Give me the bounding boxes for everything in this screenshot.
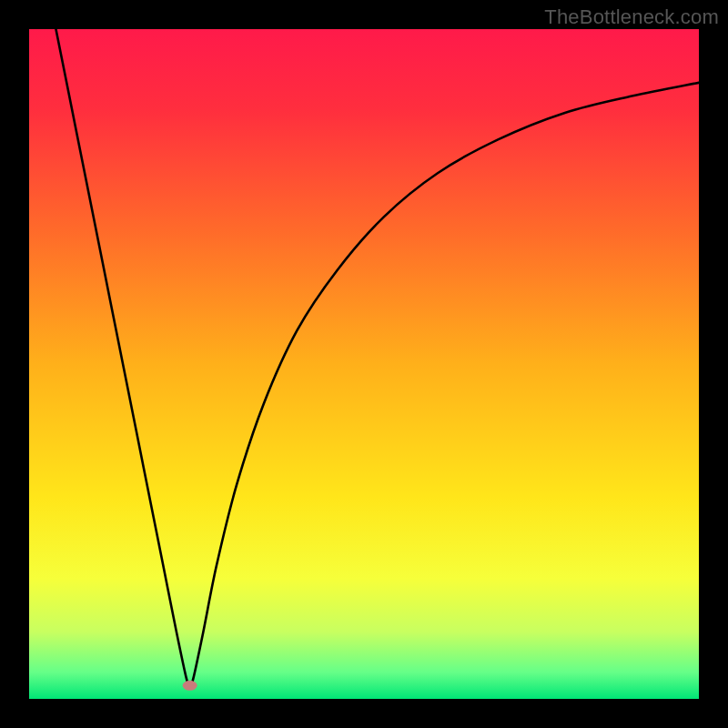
chart-svg (29, 29, 699, 699)
minimum-marker (183, 681, 197, 691)
chart-plot-area (29, 29, 699, 699)
chart-frame: TheBottleneck.com (0, 0, 728, 728)
watermark-text: TheBottleneck.com (544, 5, 719, 29)
chart-background (29, 29, 699, 699)
